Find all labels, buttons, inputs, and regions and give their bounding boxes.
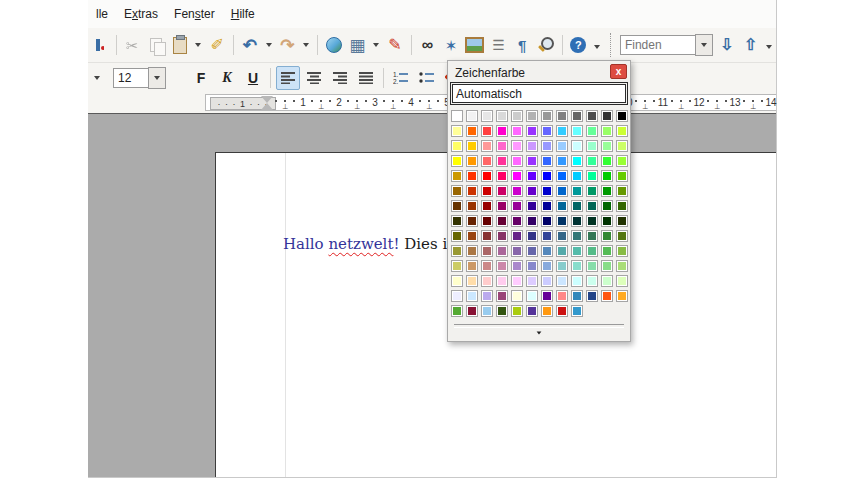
color-swatch[interactable] [541, 215, 553, 227]
color-swatch[interactable] [601, 275, 613, 287]
color-swatch[interactable] [541, 305, 553, 317]
formatting-marks-button[interactable]: ¶ [511, 33, 533, 57]
data-sources-button[interactable]: ☰ [488, 33, 510, 57]
cut-button[interactable]: ✂ [122, 33, 144, 57]
color-swatch[interactable] [556, 215, 568, 227]
color-swatch[interactable] [571, 260, 583, 272]
find-dropdown[interactable] [695, 34, 713, 56]
format-paintbrush-button[interactable]: ✐ [206, 33, 228, 57]
color-swatch[interactable] [586, 170, 598, 182]
color-swatch[interactable] [586, 215, 598, 227]
color-swatch[interactable] [541, 170, 553, 182]
color-swatch[interactable] [451, 230, 463, 242]
color-swatch[interactable] [481, 125, 493, 137]
menu-item-fenster[interactable]: Fenster [166, 4, 223, 24]
color-swatch[interactable] [451, 305, 463, 317]
color-swatch[interactable] [481, 185, 493, 197]
color-swatch[interactable] [451, 245, 463, 257]
color-swatch[interactable] [451, 140, 463, 152]
color-swatch[interactable] [481, 200, 493, 212]
color-swatch[interactable] [541, 155, 553, 167]
color-swatch[interactable] [466, 170, 478, 182]
align-left-button[interactable] [276, 66, 300, 90]
color-swatch[interactable] [526, 305, 538, 317]
color-swatch[interactable] [586, 245, 598, 257]
color-swatch[interactable] [541, 140, 553, 152]
color-swatch[interactable] [526, 155, 538, 167]
color-swatch[interactable] [526, 275, 538, 287]
color-swatch[interactable] [481, 215, 493, 227]
color-swatch[interactable] [556, 140, 568, 152]
color-swatch[interactable] [526, 245, 538, 257]
color-swatch[interactable] [586, 185, 598, 197]
copy-button[interactable] [145, 33, 167, 57]
color-swatch[interactable] [496, 140, 508, 152]
color-swatch[interactable] [601, 215, 613, 227]
color-swatch[interactable] [481, 290, 493, 302]
numbered-list-button[interactable]: 1.2. [389, 66, 413, 90]
gallery-button[interactable] [464, 33, 486, 57]
color-swatch[interactable] [571, 200, 583, 212]
color-swatch[interactable] [496, 290, 508, 302]
color-swatch[interactable] [571, 185, 583, 197]
color-swatch[interactable] [556, 110, 568, 122]
color-swatch[interactable] [571, 230, 583, 242]
color-swatch[interactable] [556, 245, 568, 257]
toolbar-overflow-button[interactable] [591, 35, 603, 59]
color-swatch[interactable] [526, 110, 538, 122]
automatic-color-button[interactable]: Automatisch [452, 84, 626, 103]
color-swatch[interactable] [511, 170, 523, 182]
italic-button[interactable]: K [215, 66, 239, 90]
bullet-list-button[interactable] [415, 66, 439, 90]
justify-button[interactable] [354, 66, 378, 90]
color-swatch[interactable] [511, 185, 523, 197]
menu-item-hilfe[interactable]: Hilfe [223, 4, 263, 24]
popup-titlebar[interactable]: Zeichenfarbe x [448, 61, 630, 84]
zoom-button[interactable] [535, 33, 557, 57]
color-swatch[interactable] [466, 215, 478, 227]
color-swatch[interactable] [601, 170, 613, 182]
find-replace-button[interactable]: ∞ [417, 33, 439, 57]
popup-resize-grip[interactable] [448, 328, 630, 337]
color-swatch[interactable] [556, 200, 568, 212]
color-swatch[interactable] [616, 260, 628, 272]
color-swatch[interactable] [571, 140, 583, 152]
color-swatch[interactable] [466, 275, 478, 287]
color-swatch[interactable] [496, 275, 508, 287]
color-swatch[interactable] [496, 170, 508, 182]
color-swatch[interactable] [556, 155, 568, 167]
color-swatch[interactable] [616, 155, 628, 167]
color-swatch[interactable] [541, 200, 553, 212]
font-size-value[interactable]: 12 [113, 68, 148, 88]
color-swatch[interactable] [586, 230, 598, 242]
bold-button[interactable]: F [189, 66, 213, 90]
color-swatch[interactable] [511, 200, 523, 212]
color-swatch[interactable] [496, 125, 508, 137]
color-swatch[interactable] [556, 125, 568, 137]
color-swatch[interactable] [526, 290, 538, 302]
toolbar-drag-handle[interactable] [610, 33, 612, 57]
color-swatch[interactable] [511, 155, 523, 167]
color-swatch[interactable] [451, 185, 463, 197]
color-swatch[interactable] [511, 140, 523, 152]
color-swatch[interactable] [616, 170, 628, 182]
color-swatch[interactable] [481, 260, 493, 272]
color-swatch[interactable] [451, 260, 463, 272]
color-swatch[interactable] [586, 290, 598, 302]
color-swatch[interactable] [601, 245, 613, 257]
color-swatch[interactable] [601, 125, 613, 137]
color-swatch[interactable] [451, 155, 463, 167]
color-swatch[interactable] [586, 260, 598, 272]
close-button[interactable]: x [610, 64, 627, 79]
color-swatch[interactable] [511, 305, 523, 317]
undo-dropdown[interactable] [263, 33, 275, 57]
color-swatch[interactable] [481, 245, 493, 257]
color-swatch[interactable] [481, 275, 493, 287]
color-swatch[interactable] [556, 230, 568, 242]
color-swatch[interactable] [511, 110, 523, 122]
color-swatch[interactable] [601, 185, 613, 197]
color-swatch[interactable] [556, 185, 568, 197]
color-swatch[interactable] [526, 215, 538, 227]
color-swatch[interactable] [616, 140, 628, 152]
color-swatch[interactable] [571, 215, 583, 227]
